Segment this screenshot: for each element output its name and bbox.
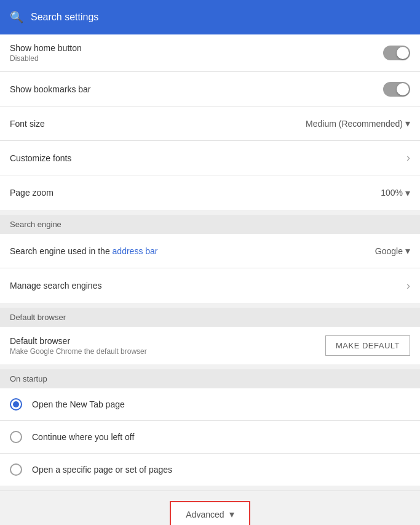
on-startup-section: Open the New Tab page Continue where you… <box>0 388 420 486</box>
default-browser-sublabel: Make Google Chrome the default browser <box>10 347 147 356</box>
spacer-3 <box>0 364 420 369</box>
font-size-dropdown[interactable]: Medium (Recommended) ▾ <box>306 118 410 129</box>
search-engine-value: Google <box>375 246 403 256</box>
header: 🔍 Search settings <box>0 0 420 34</box>
make-default-button[interactable]: MAKE DEFAULT <box>325 335 410 356</box>
search-icon: 🔍 <box>10 10 23 24</box>
customize-fonts-label: Customize fonts <box>10 153 71 163</box>
show-home-button-left: Show home button Disabled <box>10 43 82 63</box>
search-engine-address-bar-left: Search engine used in the address bar <box>10 246 158 256</box>
appearance-section: Show home button Disabled Show bookmarks… <box>0 34 420 210</box>
advanced-dropdown-arrow: ▾ <box>229 508 234 520</box>
default-browser-section-header: Default browser <box>0 308 420 327</box>
customize-fonts-row[interactable]: Customize fonts › <box>0 141 420 175</box>
manage-search-engines-row[interactable]: Manage search engines › <box>0 268 420 303</box>
show-home-button-row: Show home button Disabled <box>0 34 420 72</box>
default-browser-section-label: Default browser <box>10 313 66 322</box>
address-bar-link[interactable]: address bar <box>113 246 158 256</box>
customize-fonts-chevron-icon: › <box>406 151 410 164</box>
startup-option-1[interactable]: Continue where you left off <box>0 421 420 454</box>
search-engine-address-bar-row: Search engine used in the address bar Go… <box>0 234 420 268</box>
font-size-row: Font size Medium (Recommended) ▾ <box>0 106 420 141</box>
search-engine-section-header: Search engine <box>0 215 420 234</box>
search-engine-section: Search engine used in the address bar Go… <box>0 234 420 303</box>
show-bookmarks-bar-row: Show bookmarks bar <box>0 72 420 106</box>
page-zoom-label: Page zoom <box>10 188 53 198</box>
show-home-button-toggle[interactable] <box>383 46 410 60</box>
manage-search-engines-label: Manage search engines <box>10 281 101 291</box>
startup-radio-0[interactable] <box>10 398 22 411</box>
startup-option-label-2: Open a specific page or set of pages <box>32 465 172 475</box>
default-browser-label: Default browser <box>10 336 147 346</box>
startup-option-label-0: Open the New Tab page <box>32 399 125 409</box>
spacer-1 <box>0 210 420 215</box>
manage-search-engines-chevron-icon: › <box>406 279 410 292</box>
header-title: Search settings <box>31 12 98 23</box>
page-zoom-value: 100% <box>381 188 403 198</box>
font-size-dropdown-arrow: ▾ <box>405 118 410 129</box>
footer: Advanced ▾ <box>0 491 420 525</box>
search-engine-dropdown[interactable]: Google ▾ <box>375 245 410 257</box>
search-engine-address-bar-label: Search engine used in the address bar <box>10 246 158 256</box>
page-zoom-dropdown-arrow: ▾ <box>405 187 410 199</box>
startup-option-2[interactable]: Open a specific page or set of pages <box>0 454 420 486</box>
show-home-button-label: Show home button <box>10 43 82 53</box>
page-zoom-dropdown[interactable]: 100% ▾ <box>381 187 410 199</box>
default-browser-section: Default browser Make Google Chrome the d… <box>0 327 420 364</box>
on-startup-section-header: On startup <box>0 369 420 388</box>
advanced-button[interactable]: Advanced ▾ <box>170 501 250 525</box>
search-engine-section-label: Search engine <box>10 220 61 229</box>
startup-radio-2[interactable] <box>10 463 22 476</box>
default-browser-row: Default browser Make Google Chrome the d… <box>0 327 420 364</box>
default-browser-left: Default browser Make Google Chrome the d… <box>10 336 147 356</box>
show-bookmarks-bar-toggle[interactable] <box>383 82 410 97</box>
startup-option-label-1: Continue where you left off <box>32 432 134 442</box>
search-engine-label-prefix: Search engine used in the <box>10 246 113 256</box>
startup-radio-1[interactable] <box>10 431 22 443</box>
advanced-label: Advanced <box>186 510 224 519</box>
search-engine-dropdown-arrow: ▾ <box>405 245 410 257</box>
font-size-label: Font size <box>10 119 45 129</box>
startup-option-0[interactable]: Open the New Tab page <box>0 388 420 421</box>
show-home-button-sublabel: Disabled <box>10 54 82 63</box>
spacer-2 <box>0 303 420 308</box>
on-startup-section-label: On startup <box>10 374 47 383</box>
show-bookmarks-bar-label: Show bookmarks bar <box>10 84 91 94</box>
page-zoom-row: Page zoom 100% ▾ <box>0 175 420 210</box>
font-size-value: Medium (Recommended) <box>306 119 403 129</box>
